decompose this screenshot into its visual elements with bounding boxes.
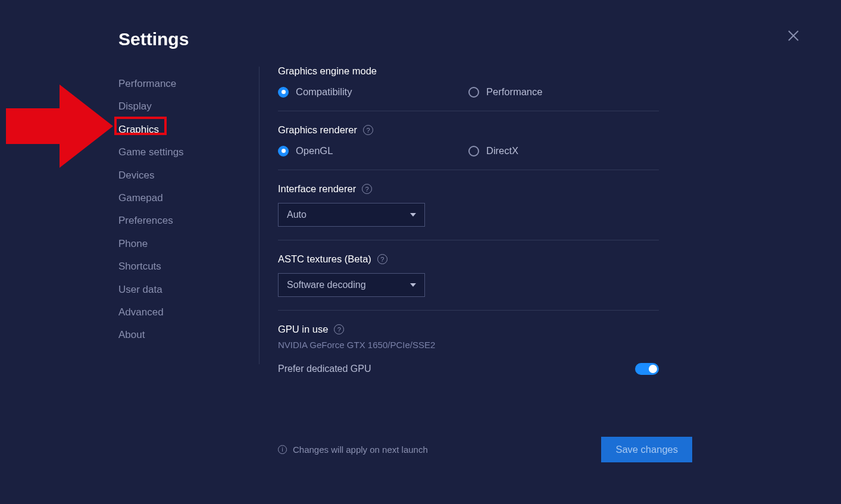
footer: i Changes will apply on next launch Save… [278, 437, 692, 462]
sidebar-item-phone[interactable]: Phone [118, 233, 226, 255]
radio-icon [278, 87, 289, 98]
radio-label: DirectX [486, 145, 518, 156]
section-astc: ASTC textures (Beta) ? Software decoding [278, 253, 659, 311]
section-title-astc: ASTC textures (Beta) ? [278, 253, 659, 265]
section-interface-renderer: Interface renderer ? Auto [278, 183, 659, 240]
sidebar-item-devices[interactable]: Devices [118, 164, 226, 187]
chevron-down-icon [410, 213, 416, 217]
close-icon [787, 30, 799, 42]
prefer-gpu-toggle[interactable] [635, 363, 659, 375]
sidebar-item-graphics[interactable]: Graphics [118, 118, 226, 141]
sidebar-item-advanced[interactable]: Advanced [118, 301, 226, 324]
page-title: Settings [118, 29, 189, 49]
section-title-gpu: GPU in use ? [278, 324, 659, 335]
section-title-label: Interface renderer [278, 183, 356, 195]
svg-marker-2 [6, 84, 113, 168]
sidebar: Performance Display Graphics Game settin… [118, 73, 226, 347]
annotation-arrow-icon [6, 79, 113, 174]
section-title-label: Graphics engine mode [278, 65, 377, 77]
select-interface-renderer[interactable]: Auto [278, 203, 425, 227]
help-icon[interactable]: ? [334, 324, 344, 334]
prefer-gpu-label: Prefer dedicated GPU [278, 364, 371, 374]
radio-label: Performance [486, 86, 542, 98]
radio-label: OpenGL [296, 145, 333, 156]
section-title-label: GPU in use [278, 324, 328, 335]
section-title-engine-mode: Graphics engine mode [278, 65, 659, 77]
sidebar-item-game-settings[interactable]: Game settings [118, 141, 226, 164]
info-icon: i [278, 445, 287, 454]
gpu-name: NVIDIA GeForce GTX 1650/PCIe/SSE2 [278, 340, 659, 350]
info-row: i Changes will apply on next launch [278, 444, 428, 455]
sidebar-item-gamepad[interactable]: Gamepad [118, 187, 226, 209]
radio-icon [468, 87, 479, 98]
radio-performance[interactable]: Performance [468, 86, 659, 98]
section-title-label: Graphics renderer [278, 124, 357, 136]
section-title-interface-renderer: Interface renderer ? [278, 183, 659, 195]
sidebar-item-performance[interactable]: Performance [118, 73, 226, 95]
sidebar-item-shortcuts[interactable]: Shortcuts [118, 255, 226, 278]
section-gpu: GPU in use ? NVIDIA GeForce GTX 1650/PCI… [278, 324, 659, 388]
content-panel: Graphics engine mode Compatibility Perfo… [278, 65, 659, 401]
help-icon[interactable]: ? [377, 254, 387, 264]
radio-opengl[interactable]: OpenGL [278, 145, 468, 156]
select-value: Auto [287, 209, 307, 220]
select-value: Software decoding [287, 280, 366, 290]
section-engine-mode: Graphics engine mode Compatibility Perfo… [278, 65, 659, 111]
sidebar-item-display[interactable]: Display [118, 95, 226, 118]
help-icon[interactable]: ? [363, 125, 373, 135]
section-graphics-renderer: Graphics renderer ? OpenGL DirectX [278, 124, 659, 170]
select-astc[interactable]: Software decoding [278, 273, 425, 297]
close-button[interactable] [787, 30, 799, 42]
radio-icon [468, 146, 479, 156]
sidebar-item-about[interactable]: About [118, 324, 226, 346]
info-text: Changes will apply on next launch [293, 444, 428, 455]
sidebar-item-preferences[interactable]: Preferences [118, 209, 226, 232]
help-icon[interactable]: ? [362, 184, 372, 194]
radio-icon [278, 146, 289, 156]
save-changes-button[interactable]: Save changes [601, 437, 692, 462]
radio-directx[interactable]: DirectX [468, 145, 659, 156]
section-title-label: ASTC textures (Beta) [278, 253, 371, 265]
radio-compatibility[interactable]: Compatibility [278, 86, 468, 98]
sidebar-divider [259, 67, 260, 364]
radio-label: Compatibility [296, 86, 352, 98]
chevron-down-icon [410, 283, 416, 287]
section-title-graphics-renderer: Graphics renderer ? [278, 124, 659, 136]
sidebar-item-user-data[interactable]: User data [118, 278, 226, 301]
